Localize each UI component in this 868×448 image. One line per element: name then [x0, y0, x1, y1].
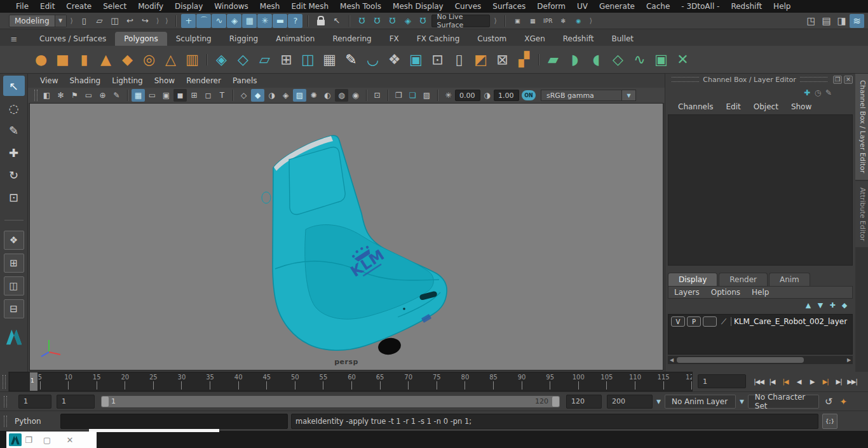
menu-item[interactable]: Redshift	[725, 2, 768, 11]
motion-blur-icon[interactable]: ◉	[349, 89, 362, 102]
floating-window-titlebar[interactable]: ❐ ▢ ✕	[6, 431, 97, 448]
script-editor-icon[interactable]: {;}	[822, 414, 837, 429]
scroll-right-icon[interactable]: ▶	[845, 357, 853, 363]
shelf-tab[interactable]: Bullet	[602, 32, 642, 46]
chevron-down-icon[interactable]: ▼	[740, 398, 744, 405]
layer-editor-tab[interactable]: Display	[668, 273, 717, 286]
speed-state-icon[interactable]: ◷	[813, 88, 823, 98]
extract-icon[interactable]: ▱	[254, 48, 275, 72]
shelf-tab[interactable]: Rigging	[220, 32, 267, 46]
shelf-tab[interactable]: Sculpting	[167, 32, 220, 46]
quad-draw-icon[interactable]: ◩	[470, 48, 491, 72]
select-camera-icon[interactable]: ◧	[40, 89, 53, 102]
shelf-tab[interactable]: FX Caching	[408, 32, 468, 46]
current-frame-field[interactable]: 1	[698, 374, 746, 388]
new-scene-icon[interactable]: ▯	[77, 14, 92, 28]
menu-set-selector[interactable]: Modeling ▼	[9, 15, 67, 27]
bridge-icon[interactable]: ⊡	[427, 48, 448, 72]
panel-menu-item[interactable]: View	[34, 74, 64, 87]
go-to-end-icon[interactable]: ▶▶|	[846, 375, 858, 389]
snap-to-points-icon[interactable]: Ω	[385, 14, 400, 28]
bookmark-icon[interactable]: ⚑	[68, 89, 81, 102]
spherical-map-icon[interactable]: ◖	[586, 48, 607, 72]
two-d-pan-zoom-icon[interactable]: ⊕	[96, 89, 109, 102]
viewport-canvas[interactable]: KLM persp	[29, 103, 663, 370]
isolate-select-icon[interactable]: ⊡	[370, 89, 384, 102]
layout-persp-outliner-icon[interactable]: ◫	[4, 276, 24, 295]
film-gate-icon[interactable]: ▭	[146, 89, 159, 102]
command-input[interactable]	[60, 414, 288, 429]
layer-list[interactable]: V P ⟋ KLM_Care_E_Robot_002_layer	[668, 314, 853, 355]
paint-select-tool-icon[interactable]: ✎	[3, 120, 25, 140]
move-tool-icon[interactable]: ✚	[3, 142, 25, 163]
menu-item[interactable]: UV	[571, 2, 593, 11]
move-snap-icon[interactable]: +	[181, 14, 196, 28]
layer-menu-item[interactable]: Options	[705, 286, 746, 299]
select-tool-icon[interactable]: ↖	[3, 76, 25, 96]
create-polygon-icon[interactable]: ✎	[341, 48, 362, 72]
mirror-icon[interactable]: ▞	[513, 48, 534, 72]
shelf-tab[interactable]: Animation	[267, 32, 323, 46]
layer-menu-item[interactable]: Layers	[668, 286, 705, 299]
layer-move-down-icon[interactable]: ▼	[815, 300, 826, 310]
extrude-icon[interactable]: ▣	[405, 48, 426, 72]
save-scene-icon[interactable]: ◫	[107, 14, 122, 28]
open-scene-icon[interactable]: ▱	[92, 14, 107, 28]
add-divisions-icon[interactable]: ▦	[319, 48, 340, 72]
playback-end-field[interactable]: 120	[566, 395, 602, 409]
play-forwards-icon[interactable]: ▶	[806, 375, 818, 389]
fill-hole-icon[interactable]: ⊞	[276, 48, 297, 72]
layer-visibility-toggle[interactable]: V	[671, 316, 685, 327]
channel-box-menu-item[interactable]: Show	[785, 100, 818, 113]
menu-item[interactable]: Edit Mesh	[285, 2, 334, 11]
layout-four-pane-icon[interactable]: ⊞	[4, 254, 24, 273]
menu-item[interactable]: Curves	[449, 2, 487, 11]
camera-attributes-icon[interactable]: ✻	[54, 89, 67, 102]
render-settings-icon[interactable]: ✻	[556, 14, 571, 28]
go-to-start-icon[interactable]: |◀◀	[752, 375, 765, 389]
attribute-editor-icon[interactable]: ◨	[834, 14, 849, 28]
grease-pencil-icon[interactable]: ✎	[110, 89, 123, 102]
combine-icon[interactable]: ◈	[211, 48, 232, 72]
lasso-tool-icon[interactable]: ◌	[3, 98, 25, 118]
grid-icon[interactable]: ▦	[132, 89, 145, 102]
undo-icon[interactable]: ↩	[123, 14, 137, 28]
maximize-window-icon[interactable]: ▢	[36, 435, 58, 445]
color-management-toggle[interactable]: ON	[522, 90, 536, 100]
menu-item[interactable]: Edit	[34, 2, 60, 11]
menu-item[interactable]: Select	[97, 2, 132, 11]
point-snap-mode-icon[interactable]: ∿	[212, 14, 226, 28]
layer-move-up-icon[interactable]: ▲	[803, 300, 814, 310]
poly-torus-icon[interactable]: ◎	[139, 48, 159, 72]
shelf-menu-icon[interactable]: ≡	[11, 34, 18, 44]
float-panel-icon[interactable]: ❒	[833, 76, 842, 84]
panel-menu-item[interactable]: Shading	[64, 74, 106, 87]
snap-to-curves-icon[interactable]: Ω	[370, 14, 384, 28]
close-window-icon[interactable]: ✕	[58, 435, 81, 445]
animation-end-field[interactable]: 200	[607, 395, 653, 409]
texture-view-icon[interactable]: ▨	[420, 89, 433, 102]
use-default-material-icon[interactable]: ◑	[265, 89, 278, 102]
grid-snap-icon[interactable]: ▦	[242, 14, 257, 28]
points-snap-icon[interactable]: ✳	[257, 14, 272, 28]
snap-to-grids-icon[interactable]: Ω	[355, 14, 369, 28]
channels-list-area[interactable]	[668, 114, 853, 266]
target-weld-icon[interactable]: ⊠	[492, 48, 513, 72]
snap-to-projected-center-icon[interactable]: ◈	[400, 14, 415, 28]
layer-display-type-toggle[interactable]	[703, 316, 717, 327]
layer-editor-tab[interactable]: Anim	[769, 273, 810, 286]
panel-menu-item[interactable]: Panels	[227, 74, 263, 87]
snap-to-view-planes-icon[interactable]: Ω	[416, 14, 430, 28]
make-live-icon[interactable]: ▬	[273, 14, 287, 28]
wireframe-on-shaded-icon[interactable]: ▨	[293, 89, 306, 102]
step-forward-key-icon[interactable]: ▶|	[819, 375, 832, 389]
close-panel-icon[interactable]: ✕	[844, 76, 853, 84]
menu-item[interactable]: - 3DtoAll -	[675, 2, 725, 11]
range-slider[interactable]: 1 120	[101, 396, 560, 407]
layer-menu-item[interactable]: Help	[746, 286, 775, 299]
layout-persp-graph-icon[interactable]: ⊟	[4, 299, 24, 318]
anim-layer-selector[interactable]: No Anim Layer	[665, 395, 736, 409]
separate-icon[interactable]: ◇	[233, 48, 254, 72]
menu-item[interactable]: Surfaces	[487, 2, 531, 11]
scale-tool-icon[interactable]: ⊡	[3, 187, 25, 207]
